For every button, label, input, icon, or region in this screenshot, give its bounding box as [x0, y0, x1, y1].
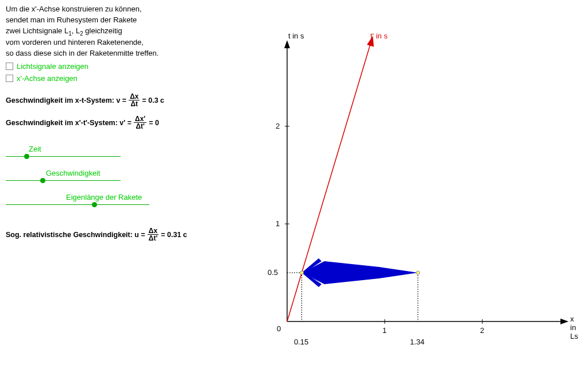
arrowhead-icon	[560, 319, 568, 324]
intro-line-3: zwei Lichtsignale L1, L2 gleichzeitig	[6, 26, 235, 37]
slider-track[interactable]	[6, 204, 149, 205]
slider-thumb[interactable]	[24, 154, 29, 159]
formula-u-relativistic: Sog. relativistische Geschwindigkeit: u …	[6, 227, 235, 242]
slider-time[interactable]: Zeit	[6, 146, 235, 163]
slider-speed[interactable]: Geschwindigkeit	[6, 170, 235, 187]
slider-label: Zeit	[29, 145, 41, 153]
arrowhead-icon	[284, 40, 290, 48]
slider-rocket-length[interactable]: Eigenlänge der Rakete	[6, 194, 235, 211]
checkbox-show-xprime-axis[interactable]: x'-Achse anzeigen	[6, 74, 235, 83]
tick-label: 2	[276, 122, 280, 130]
intro-line-2: sendet man im Ruhesystem der Rakete	[6, 16, 235, 25]
tick-label: 1	[276, 219, 280, 228]
minkowski-diagram: t in s t' in s x in Ls 0 0.5 1 2 1 2 0.1…	[253, 29, 580, 350]
intro-line-5: so dass diese sich in der Raketenmitte t…	[6, 49, 235, 59]
checkbox-label: x'-Achse anzeigen	[17, 74, 78, 83]
slider-label: Geschwindigkeit	[46, 169, 100, 177]
svg-marker-7	[302, 261, 418, 284]
tick-label: 1	[382, 326, 386, 335]
marker-label-rear: 0.15	[294, 338, 308, 346]
point-marker	[416, 271, 420, 274]
checkbox-icon[interactable]	[6, 75, 13, 82]
rocket-shape	[302, 258, 418, 287]
slider-thumb[interactable]	[92, 202, 97, 207]
x-axis-label: x in Ls	[570, 315, 580, 340]
t-axis-label: t in s	[288, 32, 304, 40]
origin-label: 0	[277, 324, 281, 333]
intro-text: Um die x'-Achse konstruieren zu können, …	[6, 5, 235, 59]
intro-line-1: Um die x'-Achse konstruieren zu können,	[6, 5, 235, 14]
checkbox-label: Lichtsignale anzeigen	[17, 62, 88, 71]
formula-vprime: Geschwindigkeit im x'-t'-System: v' = Δx…	[6, 115, 235, 130]
slider-thumb[interactable]	[40, 178, 45, 183]
intro-line-4: vom vorderen und hinteren Raketenende,	[6, 38, 235, 48]
tick-label: 0.5	[268, 268, 278, 277]
checkbox-show-light-signals[interactable]: Lichtsignale anzeigen	[6, 62, 235, 71]
checkbox-icon[interactable]	[6, 63, 13, 70]
formula-v: Geschwindigkeit im x-t-System: v = ΔxΔt …	[6, 93, 235, 107]
slider-label: Eigenlänge der Rakete	[66, 193, 142, 202]
tprime-axis-label: t' in s	[370, 32, 388, 40]
tick-label: 2	[480, 326, 484, 335]
slider-track[interactable]	[6, 180, 121, 181]
marker-label-front: 1.34	[410, 338, 424, 346]
point-marker	[300, 271, 304, 274]
slider-track[interactable]	[6, 156, 121, 157]
